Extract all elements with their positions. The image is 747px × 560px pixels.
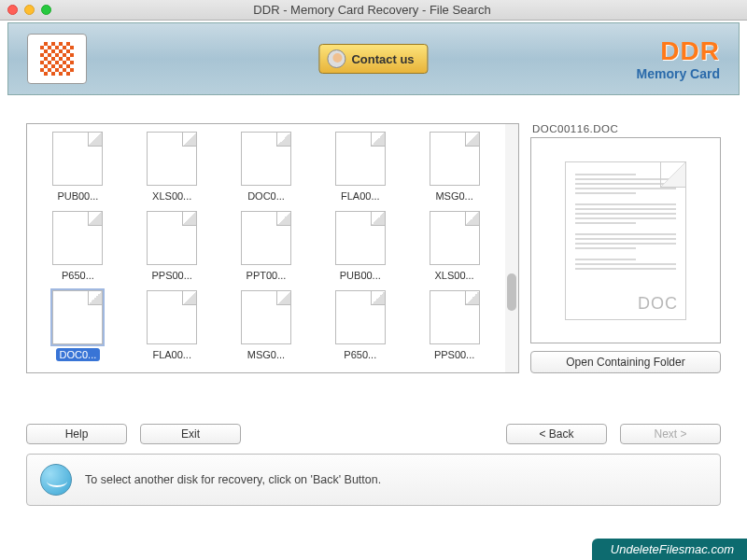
app-logo [27,34,87,84]
preview-box: DOC [530,137,721,343]
nav-button-row: Help Exit < Back Next > [0,381,747,452]
file-item[interactable]: PPS00... [125,209,219,288]
file-item[interactable]: MSG0... [407,130,501,209]
file-label: MSG0... [244,348,289,361]
minimize-window-button[interactable] [24,5,35,15]
exit-button[interactable]: Exit [140,424,241,444]
file-icon [430,211,480,265]
file-icon [241,290,291,344]
file-label: PPS00... [430,348,478,361]
maximize-window-button[interactable] [41,5,51,15]
file-label: XLS00... [430,269,477,282]
file-item[interactable]: FLA00... [125,288,219,368]
contact-us-label: Contact us [351,52,414,66]
hint-text: To select another disk for recovery, cli… [85,473,381,486]
file-icon [52,290,103,344]
file-icon [430,290,480,344]
file-item[interactable]: P650... [31,209,125,288]
doc-extension-label: DOC [638,294,678,314]
back-button[interactable]: < Back [506,424,607,444]
document-preview-icon: DOC [565,161,686,320]
file-label: XLS00... [148,189,195,203]
speech-bubble-icon [40,464,72,496]
contact-us-button[interactable]: Contact us [318,44,428,74]
file-item[interactable]: P650... [313,288,407,368]
file-item[interactable]: PUB00... [31,130,125,209]
open-containing-folder-button[interactable]: Open Containing Folder [530,351,721,373]
file-label: DOC0... [56,348,101,361]
brand-title: DDR [637,36,720,66]
file-item[interactable]: PPS00... [407,288,501,368]
next-button: Next > [620,424,721,444]
person-icon [327,49,345,68]
file-icon [147,290,197,344]
file-item[interactable]: PUB00... [313,209,407,288]
titlebar: DDR - Memory Card Recovery - File Search [0,0,747,21]
file-label: PUB00... [336,269,385,282]
file-icon [147,132,197,186]
scrollbar-thumb[interactable] [507,273,516,311]
file-label: DOC0... [244,189,289,203]
scrollbar-track[interactable] [505,124,518,372]
file-label: PPS00... [148,269,195,282]
file-icon [335,211,386,265]
file-item[interactable]: FLA00... [313,130,407,209]
brand-subtitle: Memory Card [637,66,720,81]
preview-panel: DOC00116.DOC DOC Open Containing Folder [530,123,721,373]
file-label: MSG0... [431,189,476,203]
file-grid: PUB00...XLS00...DOC0...FLA00...MSG0...P6… [27,124,505,372]
file-icon [241,211,291,265]
file-icon [335,290,386,344]
window-title: DDR - Memory Card Recovery - File Search [51,3,740,17]
file-item[interactable]: DOC0... [219,130,314,209]
content-area: PUB00...XLS00...DOC0...FLA00...MSG0...P6… [0,95,747,381]
file-grid-container: PUB00...XLS00...DOC0...FLA00...MSG0...P6… [26,123,519,373]
file-icon [52,132,103,186]
file-label: FLA00... [148,348,195,361]
help-button[interactable]: Help [26,424,127,444]
file-icon [241,132,291,186]
file-item[interactable]: PPT00... [219,209,314,288]
header-banner: Contact us DDR Memory Card [7,22,740,95]
file-label: PUB00... [53,189,102,203]
logo-pattern-icon [40,42,74,76]
file-label: PPT00... [243,269,290,282]
doc-lines-icon [575,174,676,270]
file-label: FLA00... [337,189,384,203]
file-icon [430,132,480,186]
file-label: P650... [340,348,380,361]
file-icon [147,211,197,265]
file-label: P650... [58,269,98,282]
watermark: UndeleteFilesmac.com [592,539,747,560]
file-item[interactable]: XLS00... [125,130,219,209]
file-icon [52,211,103,265]
file-icon [335,132,386,186]
hint-bar: To select another disk for recovery, cli… [26,454,721,506]
file-item[interactable]: XLS00... [407,209,501,288]
app-window: DDR - Memory Card Recovery - File Search… [0,0,747,560]
preview-filename: DOC00116.DOC [530,123,721,137]
spacer [254,424,493,444]
close-window-button[interactable] [7,5,18,15]
window-controls [7,5,51,15]
brand-block: DDR Memory Card [637,36,720,81]
file-item[interactable]: DOC0... [31,288,125,368]
file-item[interactable]: MSG0... [219,288,314,368]
